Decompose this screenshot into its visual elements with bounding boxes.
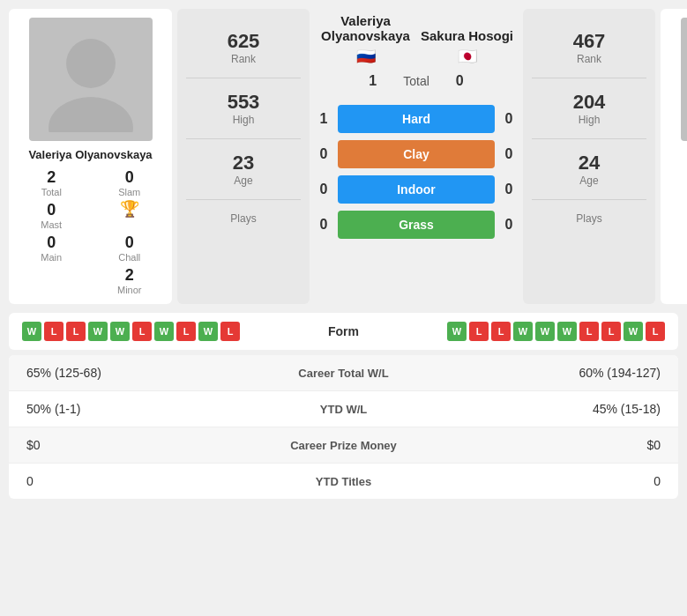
left-stats-panel: 625 Rank 553 High 23 Age Plays [177, 9, 310, 304]
total-row: 1 Total 0 [315, 66, 518, 96]
left-total-score: 1 [369, 73, 377, 89]
left-high-block: 553 High [186, 78, 301, 139]
left-stats-grid: 2 Total 0 Slam 0 Mast 🏆 0 Main [16, 168, 165, 295]
left-minor-value: 2 [125, 266, 134, 285]
right-rank-value: 467 [573, 30, 606, 53]
left-main-cell: 0 Main [16, 234, 87, 263]
surface-row-grass: 0 Grass 0 [315, 211, 518, 239]
svg-point-0 [66, 39, 116, 88]
form-badge: W [447, 322, 467, 341]
form-section: WLLWWLWLWL Form WLLWWWLLWL [9, 313, 678, 350]
career-stat-row: 0YTD Titles0 [9, 464, 678, 499]
indoor-left-score: 0 [315, 182, 332, 197]
surface-buttons: 1 Hard 0 0 Clay 0 0 Indoor 0 0 Grass [315, 105, 518, 239]
left-minor-cell: 2 Minor [94, 266, 166, 295]
left-chall-value: 0 [125, 234, 134, 252]
career-stat-right: 0 [432, 474, 661, 488]
right-flag: 🇯🇵 [416, 47, 518, 66]
form-badge: W [624, 322, 643, 341]
grass-right-score: 0 [500, 217, 518, 233]
form-badge: W [513, 322, 533, 341]
left-age-label: Age [234, 174, 252, 187]
right-age-block: 24 Age [532, 139, 646, 200]
left-chall-label: Chall [118, 252, 140, 263]
career-stat-right: 45% (15-18) [432, 402, 661, 416]
form-badge: W [22, 322, 41, 341]
right-high-block: 204 High [532, 78, 646, 139]
right-plays-label: Plays [576, 212, 601, 225]
left-trophy-cell: 🏆 [94, 201, 166, 230]
right-rank-block: 467 Rank [532, 18, 646, 78]
center-column: Valeriya Olyanovskaya 🇷🇺 Sakura Hosogi 🇯… [315, 9, 518, 304]
left-main-label: Main [41, 252, 62, 263]
hard-right-score: 0 [500, 111, 518, 127]
career-stat-right: $0 [432, 438, 661, 452]
clay-left-score: 0 [315, 146, 332, 162]
career-stat-row: 65% (125-68)Career Total W/L60% (194-127… [9, 355, 678, 391]
left-player-name: Valeriya Olyanovskaya [28, 148, 152, 161]
right-high-value: 204 [573, 91, 606, 114]
form-badge: W [198, 322, 218, 341]
svg-point-1 [49, 97, 133, 132]
left-age-value: 23 [233, 152, 254, 174]
form-badge: L [601, 322, 621, 341]
career-stat-center: Career Prize Money [256, 439, 432, 452]
form-badge: L [469, 322, 489, 341]
right-player-card: Sakura Hosogi 5 Total 0 Slam 0 Mast 🏆 [661, 9, 687, 304]
form-badge: L [579, 322, 599, 341]
left-slam-value: 0 [125, 168, 134, 187]
form-badge: L [176, 322, 196, 341]
hard-button[interactable]: Hard [338, 105, 495, 133]
form-badge: W [535, 322, 555, 341]
form-badge: W [557, 322, 577, 341]
career-stat-row: 50% (1-1)YTD W/L45% (15-18) [9, 391, 678, 427]
left-total-label: Total [41, 187, 62, 197]
left-plays-label: Plays [230, 212, 256, 225]
surface-row-clay: 0 Clay 0 [315, 140, 518, 168]
left-total-value: 2 [47, 168, 56, 187]
career-stat-center: YTD Titles [256, 475, 432, 488]
right-total-cell: 5 Total [668, 168, 687, 197]
surface-row-hard: 1 Hard 0 [315, 105, 518, 133]
left-mast-value: 0 [47, 201, 56, 219]
right-stats-panel: 467 Rank 204 High 24 Age Plays [523, 9, 655, 304]
left-plays-block: Plays [186, 200, 301, 237]
right-age-label: Age [579, 174, 598, 187]
left-slam-label: Slam [118, 187, 140, 197]
form-badge: L [646, 322, 665, 341]
career-stat-center: Career Total W/L [256, 367, 432, 380]
top-section: Valeriya Olyanovskaya 2 Total 0 Slam 0 M… [0, 0, 687, 304]
left-main-value: 0 [47, 234, 56, 252]
right-player-avatar [681, 18, 688, 141]
career-stat-left: 0 [26, 474, 256, 488]
right-mast-cell: 0 Mast [668, 201, 687, 230]
form-badge: W [110, 322, 130, 341]
right-stats-grid: 5 Total 0 Slam 0 Mast 🏆 0 Main [668, 168, 687, 295]
career-stat-center: YTD W/L [256, 403, 432, 416]
grass-button[interactable]: Grass [338, 211, 495, 239]
left-total-cell: 2 Total [16, 168, 87, 197]
form-title: Form [328, 324, 359, 338]
indoor-button[interactable]: Indoor [338, 175, 495, 204]
left-high-label: High [233, 114, 255, 126]
right-high-label: High [579, 114, 601, 126]
right-player-name-center: Sakura Hosogi [416, 28, 518, 43]
left-mast-label: Mast [41, 219, 62, 230]
career-stat-left: 65% (125-68) [26, 366, 256, 380]
main-container: Valeriya Olyanovskaya 2 Total 0 Slam 0 M… [0, 0, 687, 499]
career-stat-row: $0Career Prize Money$0 [9, 427, 678, 464]
left-high-value: 553 [228, 91, 260, 114]
indoor-right-score: 0 [500, 182, 518, 197]
left-form-badges: WLLWWLWLWL [22, 322, 240, 341]
left-player-card: Valeriya Olyanovskaya 2 Total 0 Slam 0 M… [9, 9, 172, 304]
left-mast-cell: 0 Mast [16, 201, 87, 230]
hard-left-score: 1 [315, 111, 332, 127]
clay-button[interactable]: Clay [338, 140, 495, 168]
left-player-avatar [29, 18, 153, 141]
left-chall-cell: 0 Chall [94, 234, 166, 263]
clay-right-score: 0 [500, 146, 518, 162]
left-trophy-icon: 🏆 [120, 201, 139, 217]
right-form-badges: WLLWWWLLWL [447, 322, 665, 341]
left-minor-spacer [16, 266, 87, 295]
right-plays-block: Plays [532, 200, 646, 237]
